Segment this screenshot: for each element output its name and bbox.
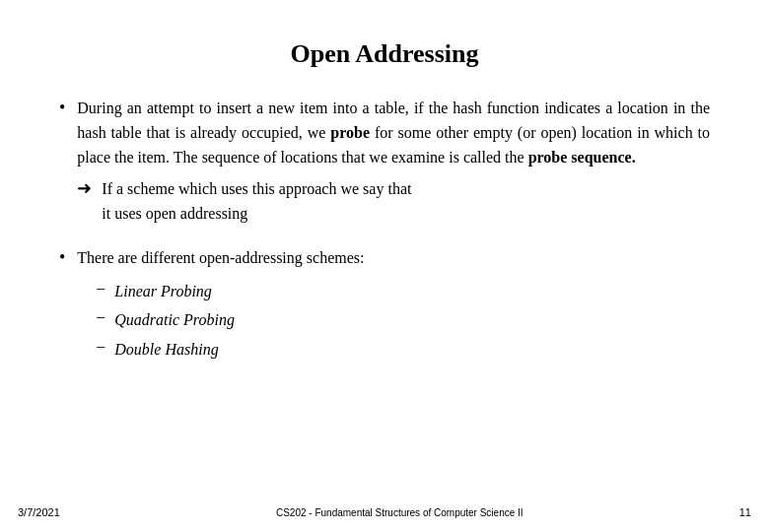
bullet-item-2: • There are different open-addressing sc…	[59, 246, 710, 366]
sub-list-item-1: – Linear Probing	[97, 279, 364, 304]
sub-list-text-2: Quadratic Probing	[114, 307, 235, 333]
bullet-2-text: There are different open-addressing sche…	[77, 246, 364, 271]
bullet-dot-2: •	[59, 247, 65, 268]
sub-list-text-3: Double Hashing	[114, 337, 218, 363]
slide-container: Open Addressing • During an attempt to i…	[0, 0, 769, 532]
sub-list-item-3: – Double Hashing	[97, 337, 364, 363]
bullet-item-1: • During an attempt to insert a new item…	[59, 97, 710, 227]
slide-title: Open Addressing	[49, 39, 720, 69]
bullet-1-text: During an attempt to insert a new item i…	[77, 97, 710, 169]
footer: 3/7/2021 CS202 - Fundamental Structures …	[0, 506, 769, 518]
sub-bullet-line2: it uses open addressing	[102, 202, 411, 227]
arrow-icon: ➜	[77, 177, 92, 199]
footer-date: 3/7/2021	[18, 506, 60, 518]
sub-bullet-arrow: ➜ If a scheme which uses this approach w…	[77, 177, 710, 227]
sub-bullet-line1: If a scheme which uses this approach we …	[102, 177, 411, 202]
dash-2: –	[97, 307, 105, 325]
bullet-2-content: There are different open-addressing sche…	[77, 246, 364, 366]
footer-page: 11	[739, 506, 751, 518]
sub-list-item-2: – Quadratic Probing	[97, 307, 364, 333]
bullet-1-bold1: probe	[330, 124, 370, 141]
bullet-dot-1: •	[59, 98, 65, 118]
dash-3: –	[97, 337, 105, 355]
sub-bullet-content: If a scheme which uses this approach we …	[102, 177, 411, 227]
sub-bullet-bold: open addressing	[146, 205, 248, 222]
sub-bullet-text2: it uses	[102, 205, 145, 222]
footer-course: CS202 - Fundamental Structures of Comput…	[276, 507, 524, 518]
content-area: • During an attempt to insert a new item…	[49, 97, 720, 366]
bullet-1-bold2: probe sequence.	[528, 149, 636, 166]
sub-list-text-1: Linear Probing	[114, 279, 212, 304]
sub-list: – Linear Probing – Quadratic Probing – D…	[97, 279, 364, 363]
dash-1: –	[97, 279, 105, 297]
bullet-1-content: During an attempt to insert a new item i…	[77, 97, 710, 227]
